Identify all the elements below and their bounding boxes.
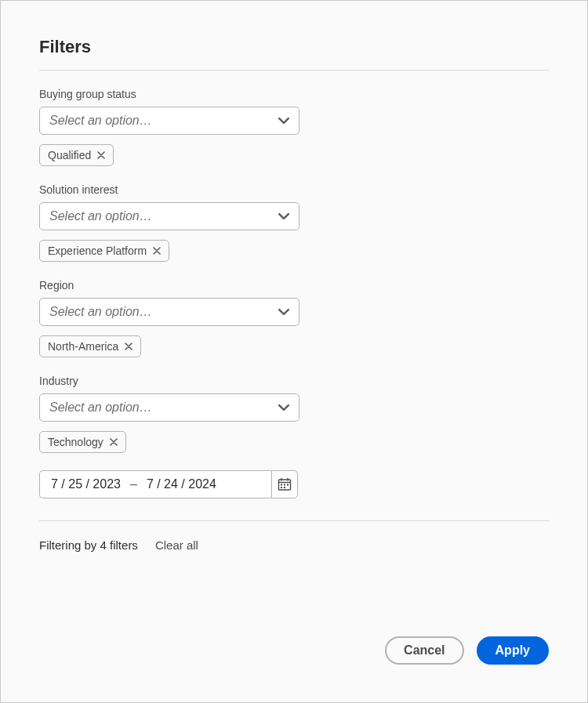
select-region[interactable]: Select an option… (39, 298, 299, 326)
tags-row: Experience Platform (39, 240, 549, 262)
select-solution-interest[interactable]: Select an option… (39, 202, 299, 230)
tags-row: Qualified (39, 144, 549, 166)
svg-rect-8 (284, 487, 285, 488)
tag-north-america: North-America (39, 335, 141, 357)
footer-actions: Cancel Apply (385, 636, 549, 665)
tag-qualified: Qualified (39, 144, 114, 166)
tag-label: Experience Platform (48, 245, 147, 257)
chevron-down-icon (278, 115, 289, 126)
tag-technology: Technology (39, 431, 126, 453)
field-label: Buying group status (39, 88, 549, 100)
chevron-down-icon (278, 306, 289, 317)
field-label: Industry (39, 375, 549, 387)
date-separator: – (130, 477, 137, 491)
field-buying-group-status: Buying group status Select an option… Qu… (39, 88, 549, 166)
filter-summary: Filtering by 4 filters Clear all (39, 538, 549, 552)
svg-rect-5 (284, 484, 285, 486)
svg-rect-7 (281, 487, 282, 488)
divider (39, 520, 549, 521)
filter-count-text: Filtering by 4 filters (39, 538, 138, 552)
chevron-down-icon (278, 211, 289, 222)
field-industry: Industry Select an option… Technology (39, 375, 549, 453)
tag-label: North-America (48, 340, 118, 353)
chevron-down-icon (278, 402, 289, 413)
calendar-button[interactable] (271, 470, 298, 498)
tags-row: North-America (39, 335, 549, 357)
field-solution-interest: Solution interest Select an option… Expe… (39, 183, 549, 262)
select-placeholder: Select an option… (49, 114, 152, 128)
cancel-button[interactable]: Cancel (385, 636, 463, 665)
tags-row: Technology (39, 431, 549, 453)
date-range-input[interactable]: 7 / 25 / 2023 – 7 / 24 / 2024 (39, 470, 271, 498)
apply-button[interactable]: Apply (477, 636, 549, 665)
field-region: Region Select an option… North-America (39, 279, 549, 357)
close-icon[interactable] (110, 438, 118, 446)
tag-label: Qualified (48, 149, 91, 161)
calendar-icon (278, 477, 292, 491)
close-icon[interactable] (97, 151, 105, 159)
close-icon[interactable] (153, 247, 161, 255)
divider (39, 70, 549, 71)
select-placeholder: Select an option… (49, 209, 152, 223)
select-placeholder: Select an option… (49, 305, 152, 319)
close-icon[interactable] (125, 342, 132, 350)
panel-title: Filters (39, 37, 549, 57)
select-buying-group-status[interactable]: Select an option… (39, 107, 299, 135)
tag-label: Technology (48, 436, 103, 448)
svg-rect-6 (287, 484, 289, 486)
date-start: 7 / 25 / 2023 (51, 477, 121, 491)
svg-rect-4 (281, 484, 282, 486)
field-label: Solution interest (39, 183, 549, 196)
field-label: Region (39, 279, 549, 292)
tag-experience-platform: Experience Platform (39, 240, 169, 262)
date-end: 7 / 24 / 2024 (147, 477, 216, 491)
clear-all-link[interactable]: Clear all (155, 538, 198, 552)
select-industry[interactable]: Select an option… (39, 393, 299, 422)
select-placeholder: Select an option… (49, 400, 152, 415)
filters-panel: Filters Buying group status Select an op… (0, 0, 588, 703)
date-range-field: 7 / 25 / 2023 – 7 / 24 / 2024 (39, 470, 549, 498)
